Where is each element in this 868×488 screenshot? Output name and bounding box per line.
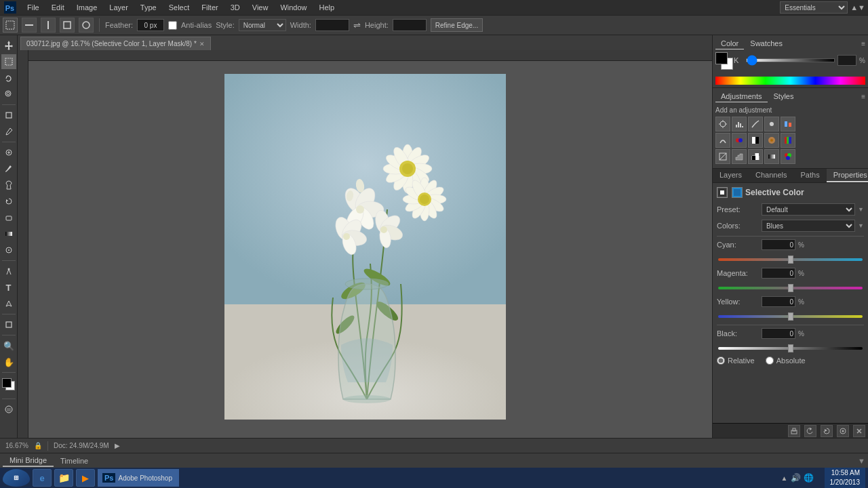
photo-filter-icon-btn[interactable] — [764, 133, 779, 148]
marquee-tool[interactable] — [1, 54, 16, 69]
single-col-btn[interactable] — [41, 18, 56, 33]
gradient-map-icon-btn[interactable] — [764, 149, 779, 164]
color-tab[interactable]: Color — [715, 38, 744, 49]
bw-icon-btn[interactable] — [748, 133, 763, 148]
elliptical-btn[interactable] — [79, 18, 94, 33]
preset-select[interactable]: Default — [762, 203, 855, 216]
eraser-tool[interactable] — [1, 210, 16, 225]
menu-window[interactable]: Window — [275, 2, 312, 13]
eyedropper-tool[interactable] — [1, 124, 16, 139]
style-select[interactable]: Normal — [239, 19, 286, 31]
antialias-checkbox[interactable] — [168, 21, 177, 30]
menu-file[interactable]: File — [22, 2, 45, 13]
lasso-tool[interactable] — [1, 70, 16, 85]
toggle-visibility-btn[interactable] — [837, 425, 849, 437]
blur-tool[interactable] — [1, 243, 16, 258]
properties-tab-btn[interactable]: Properties — [827, 169, 868, 182]
single-row-btn[interactable] — [22, 18, 37, 33]
start-button[interactable]: ⊞ — [3, 469, 30, 487]
adjustments-tab[interactable]: Adjustments — [715, 91, 768, 102]
menu-image[interactable]: Image — [71, 2, 103, 13]
color-panel-collapse[interactable]: ≡ — [861, 40, 865, 47]
foreground-color-swatch[interactable] — [2, 378, 12, 388]
posterize-icon-btn[interactable] — [732, 149, 747, 164]
colors-dropdown-icon[interactable]: ▼ — [858, 222, 864, 229]
menu-view[interactable]: View — [247, 2, 274, 13]
magenta-input[interactable]: 0 — [762, 268, 795, 279]
curves-icon-btn[interactable] — [748, 117, 763, 131]
black-input[interactable]: 0 — [762, 328, 795, 339]
file-explorer-icon[interactable]: 📁 — [54, 469, 73, 487]
mini-bridge-tab[interactable]: Mini Bridge — [3, 455, 54, 467]
delete-adjustment-btn[interactable] — [853, 425, 865, 437]
marquee-tool-btn[interactable] — [3, 18, 18, 33]
magenta-slider[interactable] — [718, 287, 863, 289]
absolute-option[interactable]: Absolute — [766, 357, 806, 365]
volume-icon[interactable]: 🔊 — [791, 473, 801, 483]
selective-color-icon-btn[interactable] — [781, 149, 795, 164]
yellow-input[interactable]: 0 — [762, 296, 795, 307]
pen-tool[interactable] — [1, 264, 16, 279]
document-tab[interactable]: 030712.jpg @ 16.7% (Selective Color 1, L… — [20, 37, 211, 50]
media-player-icon[interactable]: ▶ — [76, 469, 95, 487]
workspace-select[interactable]: Essentials — [780, 1, 848, 14]
menu-select[interactable]: Select — [163, 2, 195, 13]
menu-help[interactable]: Help — [314, 2, 340, 13]
hsl-icon-btn[interactable] — [715, 133, 730, 148]
styles-tab[interactable]: Styles — [768, 91, 800, 102]
shape-tool[interactable] — [1, 317, 16, 332]
tab-close-btn[interactable]: ✕ — [199, 41, 205, 47]
threshold-icon-btn[interactable] — [748, 149, 763, 164]
relative-radio[interactable] — [717, 357, 725, 365]
heal-tool[interactable] — [1, 145, 16, 160]
levels-icon-btn[interactable] — [732, 117, 747, 131]
path-select-tool[interactable] — [1, 296, 16, 311]
absolute-radio[interactable] — [766, 357, 774, 365]
cyan-input[interactable]: 0 — [762, 239, 795, 250]
network-icon[interactable]: 🌐 — [804, 473, 814, 483]
k-slider[interactable] — [746, 58, 835, 62]
previous-state-btn[interactable] — [804, 425, 816, 437]
menu-filter[interactable]: Filter — [196, 2, 223, 13]
ie-icon[interactable]: e — [33, 469, 52, 487]
exposure-icon-btn[interactable] — [764, 117, 779, 131]
height-input[interactable] — [393, 19, 427, 31]
status-arrow[interactable]: ▶ — [115, 442, 120, 449]
foreground-swatch[interactable] — [715, 52, 728, 64]
reset-btn[interactable] — [821, 425, 833, 437]
yellow-slider[interactable] — [718, 315, 863, 318]
invert-icon-btn[interactable] — [715, 149, 730, 164]
color-spectrum[interactable] — [715, 77, 865, 85]
channel-mixer-icon-btn[interactable] — [781, 133, 795, 148]
menu-3d[interactable]: 3D — [225, 2, 245, 13]
hand-tool[interactable]: ✋ — [1, 354, 16, 369]
brush-tool[interactable] — [1, 161, 16, 176]
relative-option[interactable]: Relative — [717, 357, 755, 365]
bottom-panel-collapse-btn[interactable]: ▼ — [858, 457, 865, 465]
width-input[interactable] — [315, 19, 349, 31]
crop-tool[interactable] — [1, 108, 16, 123]
gradient-tool[interactable] — [1, 226, 16, 241]
quick-mask-btn[interactable] — [1, 402, 16, 417]
clip-to-layer-btn[interactable] — [788, 425, 800, 437]
cyan-slider[interactable] — [718, 258, 863, 261]
paths-tab-btn[interactable]: Paths — [794, 169, 827, 182]
adj-panel-collapse[interactable]: ≡ — [861, 93, 865, 100]
swatches-tab[interactable]: Swatches — [745, 38, 788, 49]
menu-type[interactable]: Type — [135, 2, 162, 13]
zoom-tool[interactable]: 🔍 — [1, 338, 16, 353]
history-brush-tool[interactable] — [1, 194, 16, 209]
menu-edit[interactable]: Edit — [46, 2, 70, 13]
feather-input[interactable] — [137, 19, 164, 31]
move-tool[interactable] — [1, 38, 16, 53]
vibrance-icon-btn[interactable] — [781, 117, 795, 131]
k-value[interactable]: 0 — [837, 55, 856, 66]
tray-arrow-icon[interactable]: ▲ — [781, 474, 788, 482]
black-slider[interactable] — [718, 347, 863, 350]
preset-dropdown-icon[interactable]: ▼ — [858, 206, 864, 213]
colors-select[interactable]: Blues Reds Yellows Greens Cyans Magentas… — [762, 220, 855, 232]
photoshop-taskbar-btn[interactable]: Ps Adobe Photoshop — [98, 469, 179, 487]
color-balance-icon-btn[interactable] — [732, 133, 747, 148]
channels-tab-btn[interactable]: Channels — [749, 169, 793, 182]
menu-layer[interactable]: Layer — [104, 2, 134, 13]
